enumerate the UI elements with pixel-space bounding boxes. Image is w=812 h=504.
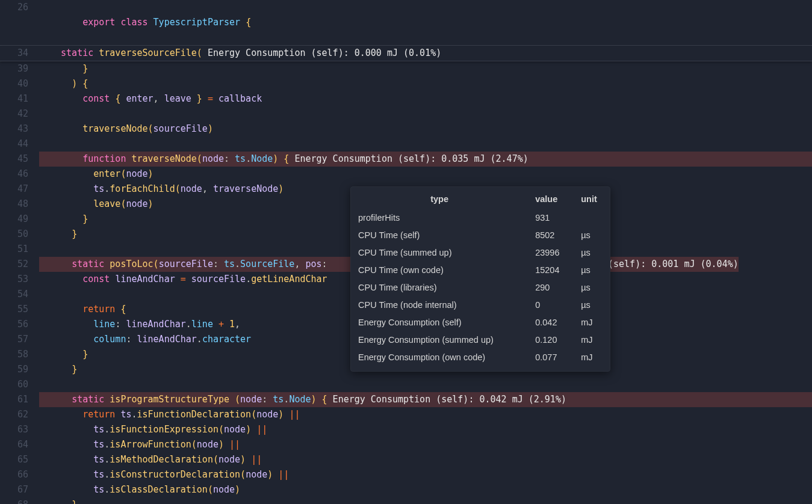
line-number: 42 bbox=[0, 106, 39, 121]
tooltip-cell-value: 290 bbox=[528, 279, 574, 297]
line-number: 40 bbox=[0, 76, 39, 91]
tooltip-cell-value: 931 bbox=[528, 209, 574, 227]
code-content: static posToLoc(sourceFile: ts.SourceFil… bbox=[39, 257, 340, 272]
code-line[interactable]: 61 static isProgramStructureType (node: … bbox=[0, 392, 812, 407]
line-number: 66 bbox=[0, 467, 39, 482]
code-line[interactable]: 42 bbox=[0, 106, 812, 121]
tooltip-cell-unit: mJ bbox=[574, 349, 610, 366]
profiler-tooltip: type value unit profilerHits931CPU Time … bbox=[350, 186, 610, 372]
code-content bbox=[39, 137, 812, 152]
code-content: const { enter, leave } = callback bbox=[39, 91, 812, 106]
tooltip-row: CPU Time (node internal)0µs bbox=[351, 297, 610, 314]
code-content: ts.isClassDeclaration(node) bbox=[39, 482, 812, 497]
tooltip-row: CPU Time (own code)15204µs bbox=[351, 262, 610, 279]
tooltip-cell-type: CPU Time (libraries) bbox=[351, 279, 528, 297]
tooltip-cell-value: 0.120 bbox=[528, 331, 574, 349]
sticky-line-2[interactable]: 34 static traverseSourceFile( Energy Con… bbox=[0, 46, 812, 61]
line-number: 50 bbox=[0, 227, 39, 242]
tooltip-cell-type: CPU Time (summed up) bbox=[351, 244, 528, 262]
line-number: 64 bbox=[0, 437, 39, 452]
tooltip-cell-type: CPU Time (self) bbox=[351, 227, 528, 244]
tooltip-cell-type: profilerHits bbox=[351, 209, 528, 227]
tooltip-cell-type: Energy Consumption (self) bbox=[351, 314, 528, 331]
line-number: 62 bbox=[0, 407, 39, 422]
code-content: enter(node) bbox=[39, 167, 812, 182]
code-line[interactable]: 64 ts.isArrowFunction(node) || bbox=[0, 437, 812, 452]
tooltip-header-value: value bbox=[528, 189, 574, 209]
code-line[interactable]: 60 bbox=[0, 377, 812, 392]
line-number: 61 bbox=[0, 392, 39, 407]
code-content: ts.isFunctionExpression(node) || bbox=[39, 422, 812, 437]
code-content: ) { bbox=[39, 76, 812, 91]
code-line[interactable]: 65 ts.isMethodDeclaration(node) || bbox=[0, 452, 812, 467]
tooltip-cell-value: 23996 bbox=[528, 244, 574, 262]
code-line[interactable]: 39 } bbox=[0, 61, 812, 76]
line-number: 48 bbox=[0, 197, 39, 212]
tooltip-cell-unit: µs bbox=[574, 227, 610, 244]
code-line[interactable]: 41 const { enter, leave } = callback bbox=[0, 91, 812, 106]
code-editor[interactable]: 26 export class TypescriptParser { 34 st… bbox=[0, 0, 812, 504]
code-line[interactable]: 40 ) { bbox=[0, 76, 812, 91]
tooltip-row: Energy Consumption (own code)0.077mJ bbox=[351, 349, 610, 366]
line-number: 60 bbox=[0, 377, 39, 392]
line-number: 47 bbox=[0, 182, 39, 197]
code-line[interactable]: 63 ts.isFunctionExpression(node) || bbox=[0, 422, 812, 437]
tooltip-row: CPU Time (libraries)290µs bbox=[351, 279, 610, 297]
tooltip-cell-value: 0 bbox=[528, 297, 574, 314]
code-content: static isProgramStructureType (node: ts.… bbox=[39, 392, 812, 407]
tooltip-cell-unit: µs bbox=[574, 279, 610, 297]
line-number: 57 bbox=[0, 332, 39, 347]
tooltip-header-type: type bbox=[351, 189, 528, 209]
code-content: traverseNode(sourceFile) bbox=[39, 121, 812, 137]
line-number: 45 bbox=[0, 152, 39, 167]
code-content: } bbox=[39, 497, 812, 504]
tooltip-table: type value unit profilerHits931CPU Time … bbox=[351, 189, 610, 366]
line-number: 26 bbox=[0, 0, 39, 45]
code-line[interactable]: 62 return ts.isFunctionDeclaration(node)… bbox=[0, 407, 812, 422]
tooltip-row: profilerHits931 bbox=[351, 209, 610, 227]
line-number: 55 bbox=[0, 302, 39, 317]
line-number: 63 bbox=[0, 422, 39, 437]
line-number: 67 bbox=[0, 482, 39, 497]
tooltip-cell-unit: mJ bbox=[574, 314, 610, 331]
line-number: 52 bbox=[0, 257, 39, 272]
tooltip-cell-value: 15204 bbox=[528, 262, 574, 279]
code-content: function traverseNode(node: ts.Node) { E… bbox=[39, 152, 812, 167]
code-line[interactable]: 66 ts.isConstructorDeclaration(node) || bbox=[0, 467, 812, 482]
code-line[interactable]: 43 traverseNode(sourceFile) bbox=[0, 121, 812, 137]
tooltip-cell-unit: µs bbox=[574, 244, 610, 262]
tooltip-row: CPU Time (self)8502µs bbox=[351, 227, 610, 244]
tooltip-cell-type: Energy Consumption (summed up) bbox=[351, 331, 528, 349]
code-content: export class TypescriptParser { bbox=[39, 0, 812, 45]
code-line[interactable]: 46 enter(node) bbox=[0, 167, 812, 182]
tooltip-cell-unit bbox=[574, 209, 610, 227]
code-content bbox=[39, 377, 812, 392]
tooltip-row: Energy Consumption (summed up)0.120mJ bbox=[351, 331, 610, 349]
code-content bbox=[39, 106, 812, 121]
tooltip-cell-value: 0.077 bbox=[528, 349, 574, 366]
tooltip-cell-type: CPU Time (node internal) bbox=[351, 297, 528, 314]
line-number: 65 bbox=[0, 452, 39, 467]
code-line[interactable]: 68 } bbox=[0, 497, 812, 504]
tooltip-cell-type: CPU Time (own code) bbox=[351, 262, 528, 279]
line-number: 51 bbox=[0, 242, 39, 257]
line-number: 58 bbox=[0, 347, 39, 362]
line-number: 44 bbox=[0, 137, 39, 152]
line-number: 49 bbox=[0, 212, 39, 227]
tooltip-row: Energy Consumption (self)0.042mJ bbox=[351, 314, 610, 331]
tooltip-cell-unit: µs bbox=[574, 262, 610, 279]
code-content: static traverseSourceFile( Energy Consum… bbox=[39, 46, 812, 61]
line-number: 41 bbox=[0, 91, 39, 106]
code-line[interactable]: 44 bbox=[0, 137, 812, 152]
line-number: 54 bbox=[0, 287, 39, 302]
code-content: return ts.isFunctionDeclaration(node) || bbox=[39, 407, 812, 422]
code-line[interactable]: 45 function traverseNode(node: ts.Node) … bbox=[0, 152, 812, 167]
tooltip-cell-unit: µs bbox=[574, 297, 610, 314]
code-content: ts.isConstructorDeclaration(node) || bbox=[39, 467, 812, 482]
code-content: ts.isArrowFunction(node) || bbox=[39, 437, 812, 452]
line-number: 56 bbox=[0, 317, 39, 332]
line-number: 53 bbox=[0, 272, 39, 287]
sticky-line-1[interactable]: 26 export class TypescriptParser { bbox=[0, 0, 812, 46]
code-line[interactable]: 67 ts.isClassDeclaration(node) bbox=[0, 482, 812, 497]
tooltip-cell-value: 8502 bbox=[528, 227, 574, 244]
